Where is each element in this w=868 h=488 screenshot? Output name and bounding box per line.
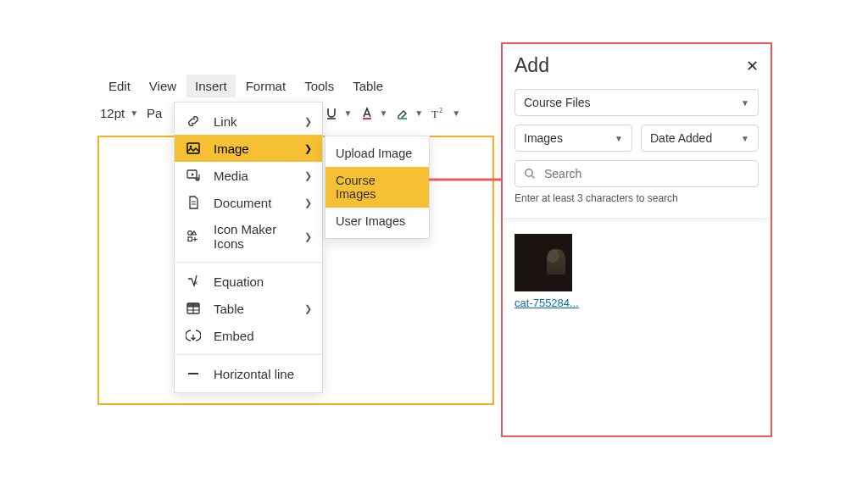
font-size-value: 12pt <box>100 106 125 120</box>
chevron-down-icon: ▼ <box>615 134 623 143</box>
svg-text:x: x <box>194 279 198 286</box>
chevron-down-icon: ▼ <box>130 108 138 118</box>
image-icon <box>185 141 202 156</box>
insert-media-label: Media <box>214 169 292 183</box>
chevron-right-icon: ❯ <box>304 231 312 242</box>
svg-rect-9 <box>188 237 192 241</box>
insert-equation[interactable]: x Equation <box>175 268 322 295</box>
menu-table[interactable]: Table <box>344 75 392 97</box>
insert-equation-label: Equation <box>214 274 312 289</box>
chevron-right-icon: ❯ <box>304 143 312 154</box>
menu-edit[interactable]: Edit <box>100 75 139 97</box>
insert-link[interactable]: Link ❯ <box>175 108 322 135</box>
insert-icon-maker-label: Icon Maker Icons <box>214 222 292 251</box>
insert-link-label: Link <box>214 114 292 129</box>
chevron-down-icon: ▼ <box>741 98 749 108</box>
submenu-course-images[interactable]: Course Images <box>326 167 429 208</box>
svg-point-7 <box>197 178 198 180</box>
chevron-right-icon: ❯ <box>304 197 312 208</box>
chevron-down-icon: ▼ <box>741 134 749 143</box>
chevron-right-icon: ❯ <box>304 303 312 314</box>
svg-text:T: T <box>431 108 438 120</box>
svg-point-8 <box>188 231 192 236</box>
embed-icon <box>185 328 202 343</box>
insert-image-label: Image <box>214 141 292 156</box>
chevron-down-icon: ▼ <box>379 108 387 118</box>
content-type-value: Images <box>524 131 563 145</box>
insert-menu: Link ❯ Image ❯ Media ❯ Document ❯ Icon M… <box>174 102 323 393</box>
menu-insert[interactable]: Insert <box>186 75 236 97</box>
sort-value: Date Added <box>650 131 712 145</box>
chevron-down-icon: ▼ <box>415 108 423 118</box>
insert-document[interactable]: Document ❯ <box>175 189 322 216</box>
chevron-down-icon: ▼ <box>452 108 460 118</box>
panel-title: Add <box>515 54 549 77</box>
insert-media[interactable]: Media ❯ <box>175 162 322 189</box>
chevron-down-icon: ▼ <box>343 108 352 118</box>
menubar: Edit View Insert Format Tools Table <box>100 75 495 97</box>
svg-rect-12 <box>187 303 199 307</box>
svg-point-15 <box>526 169 532 176</box>
insert-table-label: Table <box>214 302 292 316</box>
document-icon <box>185 195 202 210</box>
image-thumbnail-label[interactable]: cat-755284... <box>515 297 759 309</box>
search-hint: Enter at least 3 characters to search <box>515 192 759 204</box>
font-size-select[interactable]: 12pt ▼ <box>100 106 138 120</box>
text-color-button[interactable]: ▼ <box>360 107 387 120</box>
close-icon[interactable]: ✕ <box>746 57 759 75</box>
chevron-right-icon: ❯ <box>304 116 312 127</box>
insert-hr-label: Horizontal line <box>214 367 312 381</box>
superscript-button[interactable]: T2 ▼ <box>431 107 460 120</box>
insert-hr[interactable]: Horizontal line <box>175 360 322 387</box>
files-scope-value: Course Files <box>524 96 591 109</box>
svg-text:2: 2 <box>439 107 442 114</box>
paragraph-style-select[interactable]: Pa <box>147 106 162 120</box>
link-icon <box>185 114 202 129</box>
search-icon <box>524 168 536 180</box>
media-icon <box>185 168 202 183</box>
insert-embed-label: Embed <box>214 329 312 343</box>
menu-format[interactable]: Format <box>237 75 295 97</box>
insert-image[interactable]: Image ❯ <box>175 135 322 162</box>
menu-tools[interactable]: Tools <box>296 75 342 97</box>
svg-rect-1 <box>398 118 407 119</box>
insert-icon-maker[interactable]: Icon Maker Icons ❯ <box>175 216 322 257</box>
insert-document-label: Document <box>214 196 292 210</box>
highlight-color-button[interactable]: ▼ <box>396 107 423 120</box>
equation-icon: x <box>185 274 202 289</box>
files-scope-select[interactable]: Course Files ▼ <box>515 89 759 116</box>
chevron-right-icon: ❯ <box>304 170 312 181</box>
submenu-upload-image[interactable]: Upload Image <box>326 140 429 167</box>
shapes-icon <box>185 229 202 244</box>
table-icon <box>185 301 202 316</box>
insert-embed[interactable]: Embed <box>175 322 322 349</box>
sort-select[interactable]: Date Added ▼ <box>641 125 759 152</box>
svg-rect-4 <box>187 143 199 153</box>
underline-button[interactable]: ▼ <box>325 107 352 120</box>
search-field-wrap <box>515 160 759 187</box>
menu-view[interactable]: View <box>141 75 185 97</box>
highlight-icon <box>396 107 409 120</box>
underline-icon <box>325 107 338 120</box>
search-input[interactable] <box>542 166 749 181</box>
horizontal-line-icon <box>185 366 202 381</box>
image-thumbnail[interactable] <box>515 234 572 291</box>
svg-point-5 <box>190 146 192 148</box>
submenu-user-images[interactable]: User Images <box>326 208 429 235</box>
image-submenu: Upload Image Course Images User Images <box>325 136 430 239</box>
content-type-select[interactable]: Images ▼ <box>515 125 632 152</box>
insert-table[interactable]: Table ❯ <box>175 295 322 322</box>
text-color-icon <box>360 107 374 120</box>
paragraph-style-stub: Pa <box>147 106 162 120</box>
svg-rect-0 <box>363 118 371 119</box>
add-panel: Add ✕ Course Files ▼ Images ▼ Date Added… <box>503 44 771 324</box>
superscript-icon: T2 <box>431 107 447 120</box>
